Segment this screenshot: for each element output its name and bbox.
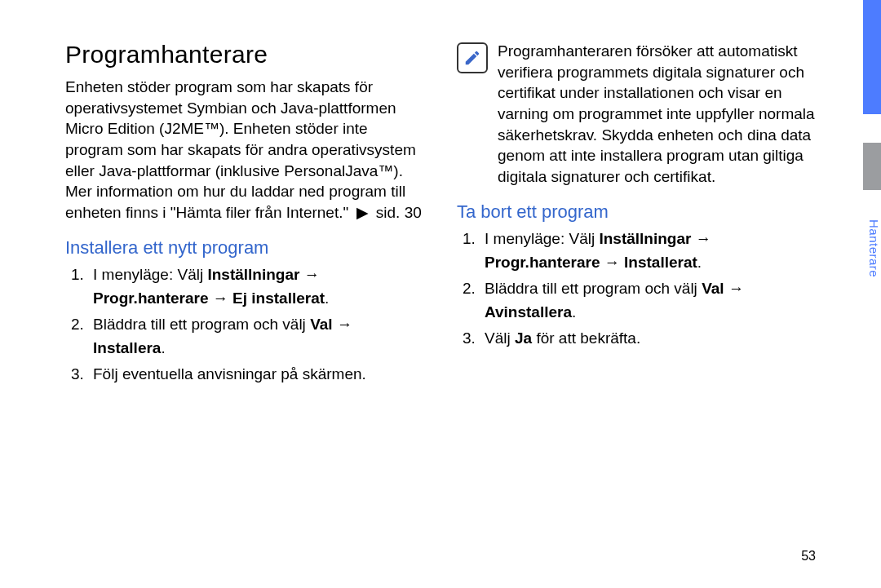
side-tab-gray [863,143,881,190]
install-step-2: Bläddra till ett program och välj Val → … [88,313,424,360]
install-list: I menyläge: Välj Inställningar → Progr.h… [65,263,424,387]
side-tab-blue [863,0,881,114]
right-column: Programhanteraren försöker att automatis… [457,41,816,390]
note-text: Programhanteraren försöker att automatis… [498,41,816,187]
remove-step-3: Välj Ja för att bekräfta. [480,327,816,351]
intro-text-2: sid. 30 [376,204,422,221]
page-number: 53 [801,549,816,564]
note-icon [457,42,488,73]
page: Programhanterare Enheten stöder program … [0,0,881,588]
left-column: Programhanterare Enheten stöder program … [65,41,424,390]
install-title: Installera ett nytt program [65,237,424,259]
install-step-1: I menyläge: Välj Inställningar → Progr.h… [88,263,424,310]
install-step-3: Följ eventuella anvisningar på skärmen. [88,363,424,387]
remove-step-1: I menyläge: Välj Inställningar → Progr.h… [480,228,816,274]
page-title: Programhanterare [65,41,424,69]
side-section-label: Hanterare [863,204,881,294]
note-block: Programhanteraren försöker att automatis… [457,41,816,187]
remove-title: Ta bort ett program [457,201,816,223]
arrow-icon: ▶ [356,202,369,223]
content-columns: Programhanterare Enheten stöder program … [65,41,816,390]
intro-text-1: Enheten stöder program som har skapats f… [65,78,416,221]
remove-list: I menyläge: Välj Inställningar → Progr.h… [457,228,816,351]
remove-step-2: Bläddra till ett program och välj Val → … [480,277,816,324]
pencil-icon [463,49,481,67]
intro-paragraph: Enheten stöder program som har skapats f… [65,77,424,223]
